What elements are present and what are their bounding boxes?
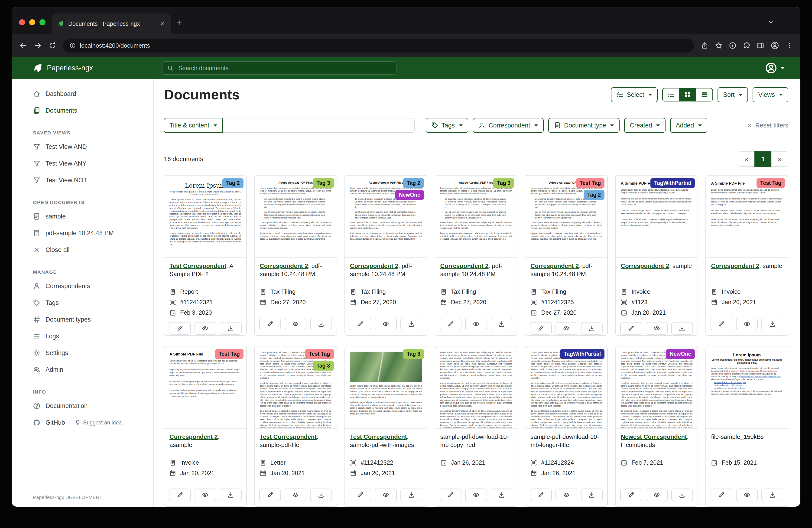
- sidebar-item-pdf-sample-10-24-48-pm[interactable]: pdf-sample 10.24.48 PM: [12, 225, 153, 242]
- preview-button[interactable]: [646, 322, 668, 334]
- tag-badge-test-tag[interactable]: Test Tag: [756, 178, 785, 188]
- document-card[interactable]: Lorem ipsum dolor sit amet, consectetur …: [615, 346, 698, 506]
- preview-button[interactable]: [375, 488, 397, 501]
- download-button[interactable]: [581, 488, 603, 501]
- document-thumbnail[interactable]: A Simple PDF FileLorem ipsum dolor sit a…: [615, 175, 698, 258]
- preview-button[interactable]: [555, 488, 577, 501]
- document-type-filter-button[interactable]: Document type: [548, 118, 620, 133]
- document-card[interactable]: Lorem ipsumLorem ipsum dolor sit amet, c…: [706, 346, 788, 506]
- sidebar-item-test-view-and[interactable]: Test View AND: [12, 138, 153, 155]
- sidebar-item-document-types[interactable]: Document types: [12, 311, 153, 328]
- document-thumbnail[interactable]: Lorem IpsumNeque porro quisquam est qui …: [164, 175, 246, 258]
- edit-button[interactable]: [620, 488, 642, 501]
- browser-menu-icon[interactable]: [785, 42, 793, 49]
- sort-button[interactable]: Sort: [717, 87, 748, 102]
- preview-button[interactable]: [375, 318, 397, 330]
- download-button[interactable]: [401, 488, 422, 501]
- browser-tab[interactable]: Documents - Paperless-ngx: [52, 13, 171, 34]
- preview-button[interactable]: [646, 488, 668, 501]
- tag-badge-tag-3[interactable]: Tag 3: [313, 361, 334, 371]
- download-button[interactable]: [310, 318, 332, 330]
- correspondent-link[interactable]: Test Correspondent: [260, 433, 317, 440]
- tags-filter-button[interactable]: Tags: [426, 118, 468, 133]
- page-1-button[interactable]: 1: [754, 152, 772, 167]
- document-card[interactable]: Adobe Acrobat PDF FilesLorem ipsum dolor…: [345, 175, 427, 336]
- page-info-icon[interactable]: [729, 42, 736, 49]
- view-grid-button[interactable]: [679, 88, 696, 101]
- sidebar-item-settings[interactable]: Settings: [12, 345, 153, 361]
- edit-button[interactable]: [259, 318, 281, 330]
- new-tab-button[interactable]: +: [176, 18, 182, 27]
- document-card[interactable]: A Simple PDF FileLorem ipsum dolor sit a…: [615, 175, 698, 336]
- tag-badge-newone[interactable]: NewOne: [666, 349, 695, 359]
- document-thumbnail[interactable]: Adobe Acrobat PDF FilesLorem ipsum dolor…: [435, 175, 517, 258]
- correspondent-link[interactable]: Test Correspondent: [350, 433, 407, 440]
- document-thumbnail[interactable]: Lorem ipsum dolor sit amet, consectetur …: [435, 346, 517, 429]
- filter-text-input[interactable]: [223, 118, 415, 133]
- share-icon[interactable]: [701, 42, 709, 49]
- correspondent-filter-button[interactable]: Correspondent: [473, 118, 543, 133]
- site-info-icon[interactable]: [70, 42, 76, 48]
- download-button[interactable]: [762, 488, 783, 501]
- preview-button[interactable]: [465, 318, 487, 330]
- document-thumbnail[interactable]: Lorem ipsumLorem ipsum dolor sit amet, c…: [706, 346, 788, 429]
- next-page-button[interactable]: »: [771, 152, 788, 167]
- download-button[interactable]: [220, 322, 242, 334]
- preview-button[interactable]: [736, 318, 758, 330]
- document-thumbnail[interactable]: Adobe Acrobat PDF FilesLorem ipsum dolor…: [525, 175, 607, 258]
- document-card[interactable]: Adobe Acrobat PDF FilesLorem ipsum dolor…: [254, 175, 337, 336]
- document-thumbnail[interactable]: Adobe Acrobat PDF FilesLorem ipsum dolor…: [345, 175, 427, 258]
- forward-icon[interactable]: [34, 42, 42, 49]
- edit-button[interactable]: [711, 488, 733, 501]
- back-icon[interactable]: [19, 42, 27, 49]
- reset-filters-button[interactable]: Reset filters: [747, 122, 788, 129]
- minimize-window-button[interactable]: [29, 19, 35, 25]
- app-brand[interactable]: Paperless-ngx: [33, 63, 93, 73]
- sidebar-item-correspondents[interactable]: Correspondents: [12, 278, 153, 295]
- tag-badge-test-tag[interactable]: Test Tag: [576, 178, 605, 188]
- sidebar-item-test-view-any[interactable]: Test View ANY: [12, 155, 153, 172]
- sidebar-item-github[interactable]: GitHub Suggest an idea: [12, 414, 153, 431]
- document-thumbnail[interactable]: A Simple PDF FileLorem ipsum dolor sit a…: [164, 346, 246, 429]
- tag-badge-test-tag[interactable]: Test Tag: [305, 349, 334, 359]
- edit-button[interactable]: [350, 488, 372, 501]
- suggest-idea-link[interactable]: Suggest an idea: [75, 418, 122, 427]
- tag-badge-tag-3[interactable]: Tag 3: [403, 349, 424, 359]
- views-button[interactable]: Views: [753, 87, 788, 102]
- document-thumbnail[interactable]: Adobe Acrobat PDF FilesLorem ipsum dolor…: [255, 175, 337, 258]
- created-filter-button[interactable]: Created: [624, 118, 666, 133]
- correspondent-link[interactable]: Correspondent 2: [170, 433, 218, 440]
- document-card[interactable]: Lorem ipsum dolor sit amet, consectetur …: [254, 346, 337, 506]
- search-input[interactable]: [177, 64, 391, 72]
- sidebar-item-tags[interactable]: Tags: [12, 295, 153, 311]
- tag-badge-test-tag[interactable]: Test Tag: [215, 349, 244, 359]
- download-button[interactable]: [581, 322, 603, 334]
- edit-button[interactable]: [440, 318, 462, 330]
- edit-button[interactable]: [530, 322, 552, 334]
- download-button[interactable]: [220, 488, 242, 501]
- bookmark-star-icon[interactable]: [715, 42, 722, 49]
- edit-button[interactable]: [350, 318, 372, 330]
- document-card[interactable]: A Simple PDF FileLorem ipsum dolor sit a…: [706, 175, 788, 336]
- tag-badge-tag-2[interactable]: Tag 2: [403, 178, 424, 188]
- edit-button[interactable]: [530, 488, 552, 501]
- preview-button[interactable]: [285, 488, 306, 501]
- download-button[interactable]: [491, 488, 512, 501]
- close-window-button[interactable]: [19, 19, 25, 25]
- tag-badge-tag-3[interactable]: Tag 3: [313, 178, 334, 188]
- correspondent-link[interactable]: Correspondent 2: [350, 262, 398, 269]
- edit-button[interactable]: [259, 488, 281, 501]
- title-content-dropdown[interactable]: Title & content: [164, 118, 223, 133]
- sidebar-item-logs[interactable]: Logs: [12, 328, 153, 345]
- tab-close-icon[interactable]: [159, 21, 165, 27]
- select-button[interactable]: Select: [611, 87, 658, 102]
- download-button[interactable]: [310, 488, 332, 501]
- view-list-button[interactable]: [662, 88, 679, 101]
- tag-badge-tagwithpartial[interactable]: TagWithPartial: [560, 349, 605, 359]
- document-card[interactable]: Lorem ipsum dolor sit amet, consectetur …: [435, 346, 518, 506]
- download-button[interactable]: [671, 322, 693, 334]
- document-thumbnail[interactable]: Lorem ipsum dolor sit amet, consectetur …: [345, 346, 427, 429]
- tag-badge-newone[interactable]: NewOne: [395, 190, 424, 200]
- correspondent-link[interactable]: Correspondent 2: [711, 262, 759, 269]
- correspondent-link[interactable]: Correspondent 2: [440, 262, 489, 269]
